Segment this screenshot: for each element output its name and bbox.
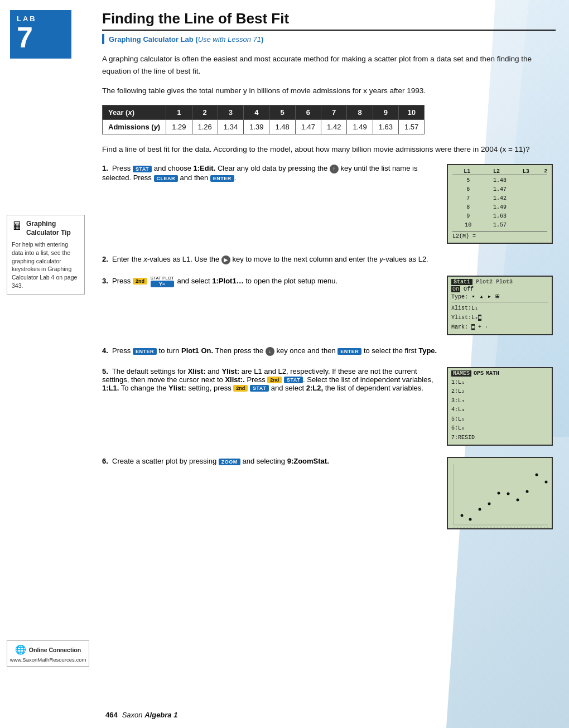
table-admissions-row: Admissions (y) 1.29 1.26 1.34 1.39 1.48 … <box>103 119 425 134</box>
subtitle-accent <box>102 34 104 44</box>
step-6-row: 6. Create a scatter plot by pressing ZOO… <box>102 457 556 529</box>
table-header-year: Year (x) <box>103 105 166 119</box>
calc-screen-3: NAMES OPS MATH 1:L₁ 2:L₂ 3:L₃ 4:L₄ 5:L₅ … <box>447 367 553 446</box>
steps-container: 1. Press STAT and choose 1:Edit. Clear a… <box>102 164 556 529</box>
enter-key-4: ENTER <box>133 348 157 355</box>
step-5-screen: NAMES OPS MATH 1:L₁ 2:L₂ 3:L₃ 4:L₄ 5:L₅ … <box>447 367 556 446</box>
table-header-row: Year (x) 1 2 3 4 5 6 7 8 9 10 <box>103 105 425 119</box>
step-6-text: 6. Create a scatter plot by pressing ZOO… <box>102 457 440 465</box>
step-4-row: 4. Press ENTER to turn Plot1 On. Then pr… <box>102 346 556 356</box>
online-label: Online Connection <box>29 647 81 653</box>
down-arrow-key-4: ↓ <box>266 347 274 356</box>
step-3-row: 3. Press 2nd STAT PLOT Y= and select 1:P… <box>102 276 556 335</box>
data-table-wrapper: Year (x) 1 2 3 4 5 6 7 8 9 10 <box>102 105 556 134</box>
step-3-text: 3. Press 2nd STAT PLOT Y= and select 1:P… <box>102 276 440 287</box>
step-1-text: 1. Press STAT and choose 1:Edit. Clear a… <box>102 164 440 182</box>
table-header-3: 3 <box>218 105 243 119</box>
svg-point-10 <box>526 490 529 493</box>
table-cell-admissions-label: Admissions (y) <box>103 119 166 134</box>
intro-paragraph-1: A graphing calculator is often the easie… <box>102 53 556 77</box>
step-4-text: 4. Press ENTER to turn Plot1 On. Then pr… <box>102 346 556 356</box>
table-cell-y1: 1.29 <box>166 119 192 134</box>
left-sidebar: LAB 7 🖩 Graphing Calculator Tip For help… <box>0 0 92 728</box>
svg-point-6 <box>488 503 491 505</box>
step-6-content: 6. Create a scatter plot by pressing ZOO… <box>102 457 440 529</box>
calc-screen-2: Stat1 Plot2 Plot3 On Off Type: ▪ ▴ ▸ ⊞ X… <box>447 276 553 335</box>
clear-key: CLEAR <box>154 175 179 182</box>
data-table: Year (x) 1 2 3 4 5 6 7 8 9 10 <box>102 105 425 134</box>
svg-point-7 <box>498 492 500 495</box>
2nd-key-3: 2nd <box>133 278 147 285</box>
main-content: Finding the Line of Best Fit Graphing Ca… <box>92 0 569 728</box>
step-1-content: 1. Press STAT and choose 1:Edit. Clear a… <box>102 164 440 244</box>
table-header-9: 9 <box>373 105 398 119</box>
table-header-5: 5 <box>269 105 295 119</box>
svg-point-3 <box>461 514 464 517</box>
page-number: 464 <box>105 711 118 719</box>
graphing-tip-box: 🖩 Graphing Calculator Tip For help with … <box>7 215 85 295</box>
2nd-key-5a: 2nd <box>267 377 282 383</box>
lab-number: 7 <box>17 23 65 52</box>
page-title: Finding the Line of Best Fit <box>102 10 556 27</box>
svg-point-9 <box>517 499 519 502</box>
question-text: Find a line of best fit for the data. Ac… <box>102 143 556 156</box>
title-divider <box>102 30 556 31</box>
stat-key-5b: STAT <box>250 385 269 392</box>
table-header-8: 8 <box>347 105 373 119</box>
globe-icon: 🌐 <box>15 644 26 655</box>
table-cell-y2: 1.26 <box>192 119 218 134</box>
table-header-7: 7 <box>321 105 347 119</box>
step-5-text: 5. The default settings for Xlist: and Y… <box>102 367 440 392</box>
table-cell-y9: 1.63 <box>373 119 398 134</box>
step-2-row: 2. Enter the x-values as L1. Use the ▶ k… <box>102 255 556 264</box>
table-cell-y8: 1.49 <box>347 119 373 134</box>
subtitle-text: Graphing Calculator Lab (Use with Lesson… <box>109 35 263 44</box>
page-footer: 464 Saxon Algebra 1 <box>92 711 569 719</box>
online-url: www.SaxonMathResources.com <box>10 657 86 663</box>
table-cell-y10: 1.57 <box>399 119 425 134</box>
lab-badge: LAB 7 <box>10 10 71 59</box>
scatter-plot-screen <box>447 457 553 529</box>
step-2-text: 2. Enter the x-values as L1. Use the ▶ k… <box>102 255 556 264</box>
tip-header: 🖩 Graphing Calculator Tip <box>12 220 80 237</box>
table-cell-y3: 1.34 <box>218 119 243 134</box>
stat-plot-label-3: STAT PLOT Y= <box>151 276 174 287</box>
step-1-row: 1. Press STAT and choose 1:Edit. Clear a… <box>102 164 556 244</box>
right-arrow-key: ▶ <box>221 255 230 264</box>
tip-body: For help with entering data into a list,… <box>12 240 80 290</box>
step-3-screen: Stat1 Plot2 Plot3 On Off Type: ▪ ▴ ▸ ⊞ X… <box>447 276 556 335</box>
tip-title: Graphing Calculator Tip <box>26 220 80 237</box>
footer-book: Saxon Algebra 1 <box>122 711 178 719</box>
zoom-key: ZOOM <box>219 459 240 465</box>
table-header-2: 2 <box>192 105 218 119</box>
step-3-content: 3. Press 2nd STAT PLOT Y= and select 1:P… <box>102 276 440 335</box>
table-header-1: 1 <box>166 105 192 119</box>
2nd-key-5b: 2nd <box>233 385 248 392</box>
table-header-4: 4 <box>244 105 269 119</box>
scatter-plot-svg <box>448 458 553 529</box>
step-5-content: 5. The default settings for Xlist: and Y… <box>102 367 440 446</box>
subtitle-bar: Graphing Calculator Lab (Use with Lesson… <box>102 34 556 44</box>
svg-point-4 <box>469 518 472 521</box>
online-connection-box: 🌐 Online Connection www.SaxonMathResourc… <box>7 640 89 667</box>
table-cell-y5: 1.48 <box>269 119 295 134</box>
table-cell-y6: 1.47 <box>295 119 321 134</box>
enter-key-4b: ENTER <box>337 348 361 355</box>
svg-rect-0 <box>448 458 553 529</box>
table-header-10: 10 <box>399 105 425 119</box>
stat-key-5a: STAT <box>284 377 303 383</box>
intro-paragraph-2: The following table gives the total numb… <box>102 85 556 97</box>
calc-screen-1: L1 L2 L3 2 5678910 1.481.471.421.491.631… <box>447 164 553 244</box>
step-6-screen <box>447 457 556 529</box>
stat-key: STAT <box>133 166 152 172</box>
up-arrow-key: ↑ <box>330 165 339 173</box>
step-1-screen: L1 L2 L3 2 5678910 1.481.471.421.491.631… <box>447 164 556 244</box>
svg-point-5 <box>479 508 481 511</box>
calculator-icon: 🖩 <box>12 220 23 233</box>
enter-key-1: ENTER <box>210 175 234 182</box>
svg-point-12 <box>545 481 548 484</box>
footer-italic: Saxon <box>122 711 143 719</box>
table-header-6: 6 <box>295 105 321 119</box>
step-5-row: 5. The default settings for Xlist: and Y… <box>102 367 556 446</box>
table-cell-y4: 1.39 <box>244 119 269 134</box>
